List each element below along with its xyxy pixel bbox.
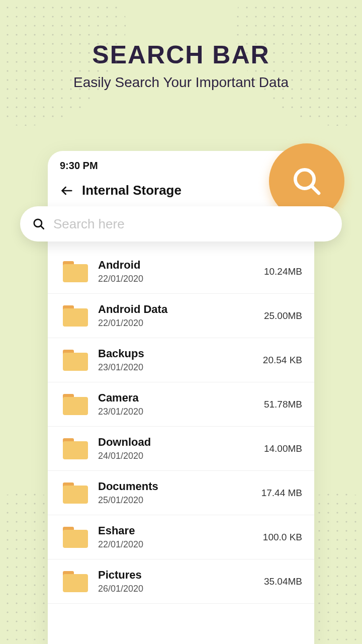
folder-name: Pictures: [98, 569, 254, 582]
folder-date: 24/01/2020: [98, 451, 254, 461]
folder-size: 10.24MB: [264, 266, 302, 277]
folder-info: Backups 23/01/2020: [98, 347, 253, 373]
folder-info: Android Data 22/01/2020: [98, 303, 254, 329]
folder-row[interactable]: Backups 23/01/2020 20.54 KB: [48, 338, 314, 382]
folder-icon: [63, 571, 88, 592]
back-arrow-icon[interactable]: [60, 184, 74, 198]
folder-info: Eshare 22/01/2020: [98, 524, 253, 550]
folder-icon: [63, 261, 88, 282]
folder-name: Camera: [98, 391, 254, 405]
folder-icon: [63, 305, 88, 327]
folder-info: Pictures 26/01/2020: [98, 569, 254, 594]
search-icon: [32, 217, 45, 230]
search-icon: [291, 165, 323, 197]
folder-date: 23/01/2020: [98, 407, 254, 417]
folder-size: 17.44 MB: [261, 488, 302, 499]
hero-subtitle: Easily Search Your Important Data: [0, 74, 362, 91]
search-bar[interactable]: [20, 206, 342, 242]
hero-title: SEARCH BAR: [0, 40, 362, 69]
folder-date: 22/01/2020: [98, 539, 253, 550]
folder-size: 100.0 KB: [263, 532, 302, 543]
folder-icon: [63, 350, 88, 371]
folder-icon: [63, 394, 88, 415]
folder-size: 20.54 KB: [263, 355, 302, 366]
folder-icon: [63, 438, 88, 459]
page-title: Internal Storage: [82, 183, 182, 198]
folder-name: Android: [98, 259, 254, 272]
folder-icon: [63, 482, 88, 504]
folder-info: Android 22/01/2020: [98, 259, 254, 284]
folder-date: 26/01/2020: [98, 584, 254, 594]
hero-section: SEARCH BAR Easily Search Your Important …: [0, 0, 362, 91]
folder-name: Documents: [98, 480, 251, 493]
folder-info: Download 24/01/2020: [98, 436, 254, 461]
svg-line-7: [311, 186, 319, 193]
folder-info: Documents 25/01/2020: [98, 480, 251, 506]
folder-size: 51.78MB: [264, 399, 302, 410]
svg-line-9: [41, 226, 44, 229]
folder-date: 25/01/2020: [98, 495, 251, 506]
folder-size: 14.00MB: [264, 443, 302, 454]
folder-name: Download: [98, 436, 254, 449]
folder-size: 25.00MB: [264, 310, 302, 321]
folder-date: 23/01/2020: [98, 362, 253, 373]
folder-row[interactable]: Eshare 22/01/2020 100.0 KB: [48, 515, 314, 559]
folder-date: 22/01/2020: [98, 274, 254, 284]
folder-row[interactable]: Camera 23/01/2020 51.78MB: [48, 382, 314, 427]
folder-size: 35.04MB: [264, 576, 302, 587]
folder-info: Camera 23/01/2020: [98, 391, 254, 417]
folder-row[interactable]: Download 24/01/2020 14.00MB: [48, 427, 314, 471]
phone-mockup: 9:30 PM Internal Storage Android 22/01/2…: [48, 151, 314, 644]
file-list: Android 22/01/2020 10.24MB Android Data …: [48, 250, 314, 604]
folder-row[interactable]: Pictures 26/01/2020 35.04MB: [48, 559, 314, 604]
folder-name: Android Data: [98, 303, 254, 316]
folder-name: Backups: [98, 347, 253, 360]
folder-row[interactable]: Android Data 22/01/2020 25.00MB: [48, 294, 314, 338]
folder-icon: [63, 527, 88, 548]
folder-row[interactable]: Documents 25/01/2020 17.44 MB: [48, 471, 314, 515]
folder-name: Eshare: [98, 524, 253, 537]
search-input[interactable]: [53, 216, 330, 232]
folder-row[interactable]: Android 22/01/2020 10.24MB: [48, 250, 314, 294]
folder-date: 22/01/2020: [98, 318, 254, 329]
